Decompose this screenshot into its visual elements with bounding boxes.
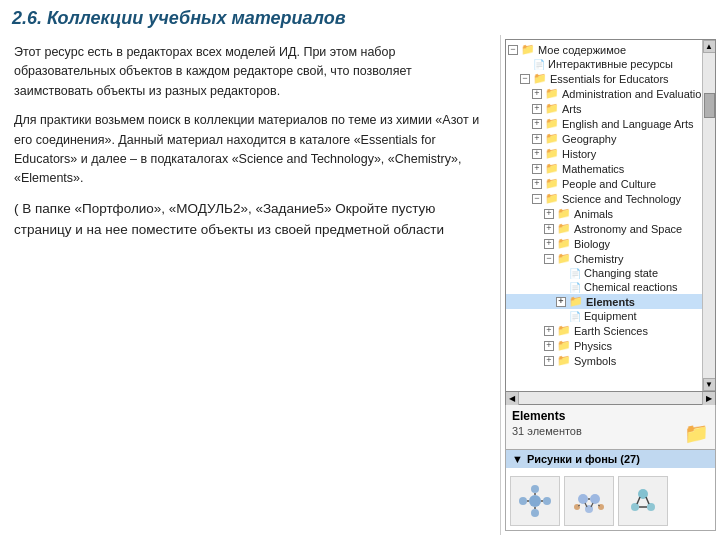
folder-icon: 📁 [569,295,583,308]
folder-icon: 📁 [557,339,571,352]
svg-line-23 [646,497,649,504]
svg-point-4 [531,509,539,517]
folder-icon: 📁 [557,222,571,235]
paragraph-3: ( В папке «Портфолио», «МОДУЛЬ2», «Задан… [14,199,486,241]
tree-container: −📁Мое содержимое📄Интерактивные ресурсы−📁… [505,39,716,392]
tree-item[interactable]: +📁Biology [506,236,702,251]
expand-icon[interactable]: + [544,341,554,351]
info-panel: Elements 31 элементов 📁 [505,405,716,450]
collapse-icon[interactable]: − [520,74,530,84]
folder-icon: 📁 [545,192,559,205]
left-panel: Этот ресурс есть в редакторах всех модел… [0,35,500,535]
folder-icon: 📁 [545,87,559,100]
thumbs-triangle-icon: ▼ [512,453,523,465]
file-icon: 📄 [533,59,545,70]
tree-item[interactable]: +📁Mathematics [506,161,702,176]
folder-icon: 📁 [545,147,559,160]
folder-icon: 📁 [557,237,571,250]
tree-body: −📁Мое содержимое📄Интерактивные ресурсы−📁… [506,40,702,370]
expand-icon[interactable]: + [556,297,566,307]
page-title: 2.6. Коллекции учебных материалов [0,0,720,35]
expand-icon[interactable]: + [532,119,542,129]
thumb-2[interactable] [564,476,614,526]
expand-icon[interactable]: + [544,326,554,336]
scroll-right-arrow[interactable]: ▶ [702,392,715,405]
svg-point-1 [519,497,527,505]
thumb-1[interactable] [510,476,560,526]
collapse-icon[interactable]: − [532,194,542,204]
expand-icon[interactable]: + [532,164,542,174]
collapse-icon[interactable]: − [544,254,554,264]
expand-icon[interactable]: + [532,104,542,114]
tree-item-label: Equipment [584,310,637,322]
tree-item[interactable]: −📁Science and Technology [506,191,702,206]
tree-item[interactable]: +📁Physics [506,338,702,353]
tree-item[interactable]: 📄Changing state [506,266,702,280]
tree-item-label: Arts [562,103,582,115]
tree-item[interactable]: −📁Chemistry [506,251,702,266]
tree-item[interactable]: +📁Earth Sciences [506,323,702,338]
tree-item[interactable]: +📁Symbols [506,353,702,368]
paragraph-1: Этот ресурс есть в редакторах всех модел… [14,43,486,101]
tree-item-label: Science and Technology [562,193,681,205]
molecule-icon-3 [621,479,665,523]
expand-icon[interactable]: + [532,89,542,99]
file-icon: 📄 [569,311,581,322]
tree-item[interactable]: +📁Arts [506,101,702,116]
tree-item[interactable]: +📁English and Language Arts [506,116,702,131]
collapse-icon[interactable]: − [508,45,518,55]
tree-item[interactable]: 📄Chemical reactions [506,280,702,294]
scroll-up-arrow[interactable]: ▲ [703,40,716,53]
expand-icon[interactable]: + [532,179,542,189]
tree-item-label: Essentials for Educators [550,73,669,85]
thumbs-header-label: Рисунки и фоны (27) [527,453,640,465]
tree-item[interactable]: +📁Astronomy and Space [506,221,702,236]
scroll-down-arrow[interactable]: ▼ [703,378,716,391]
expand-icon[interactable]: + [544,209,554,219]
svg-point-2 [543,497,551,505]
tree-item-label: Administration and Evaluation [562,88,702,100]
tree-scroll-area[interactable]: −📁Мое содержимое📄Интерактивные ресурсы−📁… [506,40,702,391]
tree-item[interactable]: +📁Animals [506,206,702,221]
tree-item[interactable]: +📁People and Culture [506,176,702,191]
folder-icon: 📁 [557,354,571,367]
tree-item-label: Мое содержимое [538,44,626,56]
folder-icon: 📁 [545,132,559,145]
thumbs-header[interactable]: ▼ Рисунки и фоны (27) [506,450,715,468]
tree-item[interactable]: −📁Essentials for Educators [506,71,702,86]
svg-line-22 [637,497,640,504]
expand-icon[interactable]: + [532,149,542,159]
folder-icon: 📁 [545,117,559,130]
tree-item-label: Geography [562,133,616,145]
expand-icon[interactable]: + [544,356,554,366]
tree-item-label: Mathematics [562,163,624,175]
right-panel: Сортировщик страниц Коллекция Вложения −… [500,35,720,535]
scroll-left-arrow[interactable]: ◀ [506,392,519,405]
tree-item-label: Earth Sciences [574,325,648,337]
tree-item-label: Changing state [584,267,658,279]
folder-icon: 📁 [557,252,571,265]
expand-icon[interactable]: + [544,224,554,234]
thumb-3[interactable] [618,476,668,526]
file-icon: 📄 [569,282,581,293]
h-scrollbar[interactable]: ◀ ▶ [505,392,716,405]
tree-item[interactable]: 📄Интерактивные ресурсы [506,57,702,71]
tree-item[interactable]: −📁Мое содержимое [506,42,702,57]
tree-item-label: Animals [574,208,613,220]
tree-item[interactable]: +📁Elements [506,294,702,309]
tree-item[interactable]: 📄Equipment [506,309,702,323]
tree-item-label: Physics [574,340,612,352]
tree-item[interactable]: +📁Geography [506,131,702,146]
svg-point-21 [647,503,655,511]
expand-icon[interactable]: + [532,134,542,144]
folder-icon: 📁 [533,72,547,85]
tree-item[interactable]: +📁History [506,146,702,161]
folder-icon: 📁 [545,162,559,175]
tree-item-label: Biology [574,238,610,250]
expand-icon[interactable]: + [544,239,554,249]
folder-icon: 📁 [545,102,559,115]
scroll-thumb[interactable] [704,93,715,118]
tree-scrollbar[interactable]: ▲ ▼ [702,40,715,391]
tree-item-label: Интерактивные ресурсы [548,58,673,70]
tree-item[interactable]: +📁Administration and Evaluation [506,86,702,101]
